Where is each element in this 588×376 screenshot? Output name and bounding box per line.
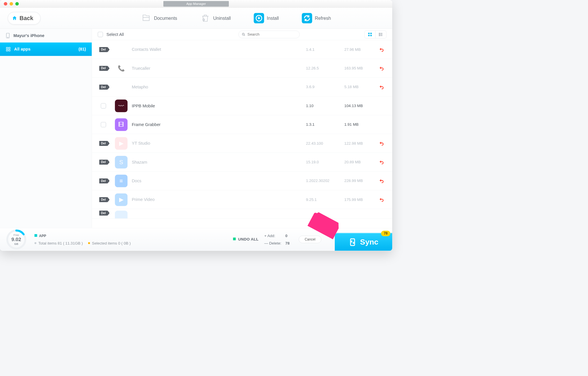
uninstall-button[interactable]: Uninstall bbox=[200, 13, 231, 23]
selected-items: Selected items 0 ( 0B ) bbox=[92, 241, 131, 245]
app-size: 1.91 MB bbox=[344, 122, 377, 127]
home-icon bbox=[12, 15, 17, 21]
app-name: Metapho bbox=[132, 84, 306, 89]
app-icon: ▶ bbox=[115, 193, 127, 206]
view-toggle bbox=[364, 30, 386, 38]
del-badge: Del bbox=[99, 178, 108, 183]
app-row[interactable]: DelSShazam15.19.020.89 MB bbox=[92, 153, 392, 171]
app-icon: ✳ bbox=[115, 81, 127, 93]
app-version: 3.6.9 bbox=[306, 85, 344, 89]
undo-all-button[interactable]: UNDO ALL bbox=[233, 237, 258, 241]
del-badge: Del bbox=[99, 211, 108, 216]
undo-icon bbox=[379, 159, 384, 165]
app-name: YT Studio bbox=[132, 141, 306, 146]
app-size: 5.18 MB bbox=[344, 85, 377, 89]
close-window-button[interactable] bbox=[4, 2, 7, 5]
app-list[interactable]: Del•••Contacts Wallet1.4.127.96 MBDel📞Tr… bbox=[92, 40, 392, 228]
undo-button[interactable] bbox=[377, 197, 386, 202]
cancel-button[interactable]: Cancel bbox=[299, 236, 321, 243]
svg-rect-12 bbox=[368, 35, 370, 36]
trash-icon bbox=[200, 13, 210, 23]
row-checkbox[interactable] bbox=[101, 103, 106, 108]
select-all-checkbox[interactable] bbox=[98, 32, 103, 37]
app-size: 27.96 MB bbox=[344, 47, 377, 52]
storage-gauge: Free 9.02 GB bbox=[6, 229, 27, 250]
list-view-button[interactable] bbox=[376, 30, 386, 38]
del-badge: Del bbox=[99, 197, 108, 202]
search-box[interactable] bbox=[238, 30, 299, 38]
app-row[interactable]: 〰IPPB Mobile1.10104.13 MB bbox=[92, 96, 392, 115]
device-name: Mayur's iPhone bbox=[13, 33, 45, 38]
app-row[interactable]: Del📞Truecaller12.26.5163.95 MB bbox=[92, 59, 392, 77]
documents-button[interactable]: Documents bbox=[141, 13, 177, 23]
minimize-window-button[interactable] bbox=[9, 2, 13, 5]
svg-rect-6 bbox=[9, 47, 10, 49]
app-category-label: APP bbox=[39, 234, 46, 238]
free-label: Free bbox=[13, 233, 19, 237]
app-name: Contacts Wallet bbox=[132, 47, 306, 52]
sync-summary: + Add:0 — Delete:78 bbox=[264, 233, 293, 245]
undo-icon bbox=[379, 141, 384, 146]
row-checkbox[interactable] bbox=[101, 122, 106, 127]
app-icon: ▶ bbox=[115, 137, 127, 150]
download-icon bbox=[254, 13, 264, 23]
svg-rect-11 bbox=[370, 33, 372, 34]
svg-point-9 bbox=[242, 33, 244, 35]
undo-button[interactable] bbox=[377, 84, 386, 90]
app-size: 175.99 MB bbox=[344, 197, 377, 202]
svg-rect-7 bbox=[6, 50, 8, 51]
sidebar: Mayur's iPhone All apps (81) bbox=[0, 29, 92, 228]
sidebar-item-allapps[interactable]: All apps (81) bbox=[0, 42, 92, 56]
uninstall-label: Uninstall bbox=[213, 15, 231, 21]
app-version: 1.10 bbox=[306, 104, 344, 108]
svg-rect-1 bbox=[203, 20, 204, 20]
svg-point-18 bbox=[379, 34, 380, 35]
sync-icon bbox=[349, 238, 357, 246]
app-row[interactable]: Del▶YT Studio22.43.100122.98 MB bbox=[92, 134, 392, 153]
add-value: 0 bbox=[285, 233, 293, 238]
sync-button[interactable]: Sync 78 bbox=[335, 233, 392, 251]
app-row[interactable]: 🎞Frame Grabber1.3.11.91 MB bbox=[92, 115, 392, 134]
app-version: 1.4.1 bbox=[306, 47, 344, 52]
install-label: Install bbox=[267, 15, 279, 21]
free-unit: GB bbox=[14, 242, 18, 245]
footer-stats: APP Total items 81 ( 11.31GB ) Selected … bbox=[34, 232, 131, 247]
del-badge: Del bbox=[99, 141, 108, 146]
del-badge: Del bbox=[99, 160, 108, 164]
refresh-button[interactable]: Refresh bbox=[302, 13, 331, 23]
free-value: 9.02 bbox=[11, 237, 21, 243]
svg-rect-22 bbox=[351, 239, 355, 245]
app-row[interactable]: Del bbox=[92, 209, 392, 218]
undo-icon bbox=[379, 178, 384, 184]
main-panel: Select All Del•••Contacts Wallet1.4.127.… bbox=[92, 29, 392, 228]
search-input[interactable] bbox=[247, 32, 297, 36]
app-row[interactable]: Del▶Prime Video9.25.1175.99 MB bbox=[92, 190, 392, 209]
grid-view-button[interactable] bbox=[365, 30, 375, 38]
undo-button[interactable] bbox=[377, 141, 386, 146]
delete-value: 78 bbox=[285, 241, 293, 245]
app-row[interactable]: Del•••Contacts Wallet1.4.127.96 MB bbox=[92, 40, 392, 59]
device-row[interactable]: Mayur's iPhone bbox=[0, 29, 92, 42]
app-name: Docs bbox=[132, 178, 306, 183]
app-row[interactable]: Del✳Metapho3.6.95.18 MB bbox=[92, 78, 392, 96]
undo-button[interactable] bbox=[377, 47, 386, 52]
app-size: 104.13 MB bbox=[344, 104, 377, 108]
refresh-icon bbox=[302, 13, 312, 23]
undo-icon bbox=[379, 197, 384, 202]
undo-button[interactable] bbox=[377, 178, 386, 184]
app-size: 20.89 MB bbox=[344, 160, 377, 164]
app-name: Frame Grabber bbox=[132, 122, 306, 127]
list-header: Select All bbox=[92, 29, 392, 40]
svg-point-4 bbox=[7, 37, 8, 38]
documents-label: Documents bbox=[154, 15, 177, 21]
app-icon: 🎞 bbox=[115, 118, 127, 131]
undo-button[interactable] bbox=[377, 159, 386, 165]
grid-icon bbox=[6, 47, 11, 52]
del-badge: Del bbox=[99, 84, 108, 89]
app-row[interactable]: Del≡Docs1.2022.30202228.99 MB bbox=[92, 172, 392, 190]
back-button[interactable]: Back bbox=[8, 12, 41, 24]
zoom-window-button[interactable] bbox=[15, 2, 19, 5]
undo-button[interactable] bbox=[377, 65, 386, 71]
app-version: 9.25.1 bbox=[306, 197, 344, 202]
install-button[interactable]: Install bbox=[254, 13, 279, 23]
